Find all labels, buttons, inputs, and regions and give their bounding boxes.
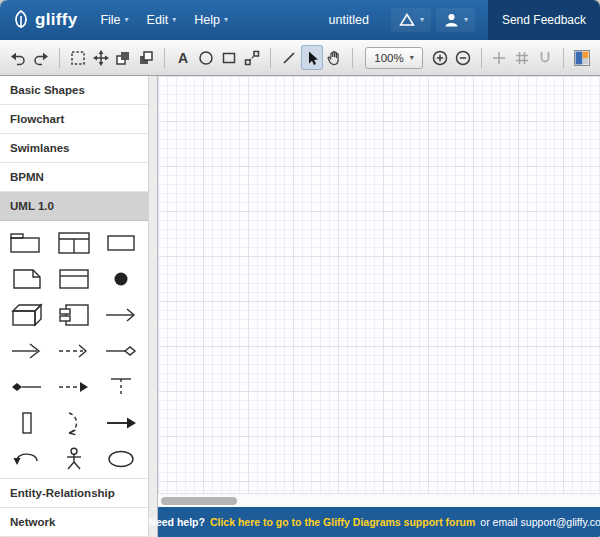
hand-icon — [325, 49, 343, 67]
category-label: Swimlanes — [10, 142, 69, 154]
uml-dependency-arrow-shape[interactable] — [53, 373, 95, 400]
gliffy-logo: gliffy — [10, 9, 77, 31]
uml-class-two-compartment-shape[interactable] — [53, 265, 95, 292]
uml-composition-diamond-shape[interactable] — [6, 373, 48, 400]
zoom-in-button[interactable] — [429, 45, 451, 70]
uml-self-message-arrow-shape[interactable] — [6, 445, 48, 472]
app-window: gliffy File ▾ Edit ▾ Help ▾ untitled ▾ — [0, 0, 600, 537]
uml-package-shape[interactable] — [6, 229, 48, 256]
document-title[interactable]: untitled — [329, 13, 369, 27]
toolbar-divider — [59, 48, 60, 68]
menu-help-label: Help — [194, 13, 220, 27]
zoom-out-button[interactable] — [452, 45, 474, 70]
send-backward-button[interactable] — [135, 45, 157, 70]
select-tool-button[interactable] — [301, 45, 323, 70]
uml-component-cube-shape[interactable] — [6, 301, 48, 328]
canvas-horizontal-scrollbar[interactable] — [158, 493, 600, 507]
account-button[interactable]: ▾ — [436, 8, 475, 32]
theme-swatch-icon — [574, 50, 590, 66]
uml-aggregation-diamond-shape[interactable] — [100, 337, 142, 364]
sidebar-item-entity-relationship[interactable]: Entity-Relationship — [0, 479, 148, 508]
google-drive-button[interactable]: ▾ — [391, 8, 431, 32]
chevron-down-icon: ▾ — [420, 16, 424, 24]
menu-file[interactable]: File ▾ — [91, 8, 137, 32]
uml-shape-grid — [0, 221, 148, 479]
category-label: BPMN — [10, 171, 44, 183]
need-help-text: Need help? — [148, 516, 205, 528]
send-feedback-button[interactable]: Send Feedback — [488, 0, 600, 40]
crosshair-icon — [490, 49, 508, 67]
connector-tool-button[interactable] — [241, 45, 263, 70]
uml-dashed-arrow-shape[interactable] — [53, 337, 95, 364]
uml-note-shape[interactable] — [6, 265, 48, 292]
sidebar-item-flowchart[interactable]: Flowchart — [0, 105, 148, 134]
gliffy-logo-icon — [10, 9, 32, 31]
grid-toggle-button[interactable] — [511, 45, 533, 70]
undo-button[interactable] — [7, 45, 29, 70]
gliffy-logo-text: gliffy — [35, 10, 77, 30]
undo-icon — [9, 49, 27, 67]
text-tool-button[interactable]: A — [172, 45, 194, 70]
uml-component-shape[interactable] — [53, 301, 95, 328]
uml-class-shape[interactable] — [53, 229, 95, 256]
ellipse-icon — [197, 49, 215, 67]
line-tool-button[interactable] — [278, 45, 300, 70]
uml-actor-shape[interactable] — [53, 445, 95, 472]
help-footer: Need help? Click here to go to the Gliff… — [158, 507, 600, 537]
magnet-icon — [536, 49, 554, 67]
send-backward-icon — [137, 49, 155, 67]
menu-bar: File ▾ Edit ▾ Help ▾ — [91, 8, 236, 32]
zoom-in-icon — [431, 49, 449, 67]
uml-interface-tee-shape[interactable] — [100, 373, 142, 400]
horizontal-scrollbar-thumb[interactable] — [161, 497, 237, 505]
uml-arrow-shape[interactable] — [100, 301, 142, 328]
sidebar-item-swimlanes[interactable]: Swimlanes — [0, 134, 148, 163]
sidebar-item-basic-shapes[interactable]: Basic Shapes — [0, 76, 148, 105]
menu-edit[interactable]: Edit ▾ — [138, 8, 186, 32]
rectangle-icon — [220, 49, 238, 67]
pan-tool-button[interactable] — [324, 45, 346, 70]
sidebar-item-uml-1-0[interactable]: UML 1.0 — [0, 192, 148, 221]
align-button[interactable] — [488, 45, 510, 70]
uml-solid-arrow-shape[interactable] — [100, 409, 142, 436]
snap-toggle-button[interactable] — [534, 45, 556, 70]
category-label: Network — [10, 516, 55, 528]
chevron-down-icon: ▾ — [125, 16, 129, 24]
toolbar-divider — [270, 48, 271, 68]
zoom-level-dropdown[interactable]: 100% ▾ — [365, 47, 422, 69]
uml-use-case-shape[interactable] — [100, 445, 142, 472]
toolbar: A — [0, 40, 600, 76]
menu-help[interactable]: Help ▾ — [185, 8, 237, 32]
rectangle-tool-button[interactable] — [218, 45, 240, 70]
marquee-select-button[interactable] — [67, 45, 89, 70]
sidebar-item-bpmn[interactable]: BPMN — [0, 163, 148, 192]
user-icon — [443, 12, 460, 28]
canvas-column: Need help? Click here to go to the Gliff… — [158, 76, 600, 537]
sidebar-scrollbar[interactable] — [148, 76, 158, 537]
move-tool-button[interactable] — [90, 45, 112, 70]
text-tool-icon: A — [178, 50, 188, 66]
redo-button[interactable] — [30, 45, 52, 70]
grid-icon — [513, 49, 531, 67]
chevron-down-icon: ▾ — [410, 54, 414, 62]
category-label: Entity-Relationship — [10, 487, 115, 499]
line-icon — [280, 49, 298, 67]
uml-association-open-arrow-shape[interactable] — [6, 337, 48, 364]
sidebar-item-network[interactable]: Network — [0, 508, 148, 537]
chevron-down-icon: ▾ — [464, 16, 468, 24]
uml-initial-node-shape[interactable] — [100, 265, 142, 292]
top-bar: gliffy File ▾ Edit ▾ Help ▾ untitled ▾ — [0, 0, 600, 40]
bring-forward-button[interactable] — [113, 45, 135, 70]
theme-picker-button[interactable] — [571, 45, 593, 70]
uml-curved-dashed-connector-shape[interactable] — [53, 409, 95, 436]
menu-edit-label: Edit — [147, 13, 169, 27]
support-forum-link[interactable]: Click here to go to the Gliffy Diagrams … — [210, 516, 475, 528]
uml-object-shape[interactable] — [100, 229, 142, 256]
drawing-canvas[interactable] — [158, 76, 600, 507]
category-label: Flowchart — [10, 113, 64, 125]
chevron-down-icon: ▾ — [172, 16, 176, 24]
uml-activation-bar-shape[interactable] — [6, 409, 48, 436]
category-label: Basic Shapes — [10, 84, 85, 96]
ellipse-tool-button[interactable] — [195, 45, 217, 70]
toolbar-divider — [481, 48, 482, 68]
